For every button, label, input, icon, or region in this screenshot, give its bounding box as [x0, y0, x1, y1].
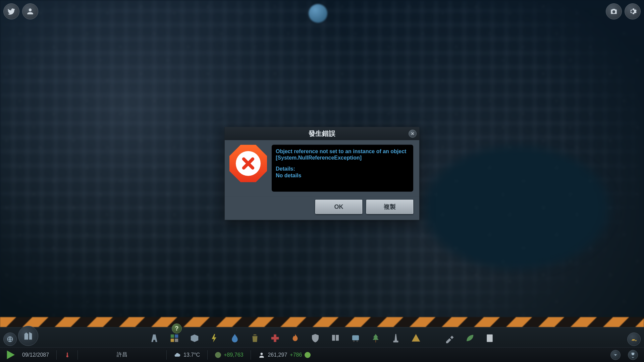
landscaping-tool[interactable] [444, 333, 455, 344]
city-name: 許昌 [85, 351, 159, 358]
electricity-tool[interactable] [209, 333, 220, 344]
road-icon [149, 333, 159, 343]
x-icon [240, 156, 256, 171]
bird-icon [7, 7, 16, 16]
top-right-buttons [606, 3, 641, 19]
divider [77, 350, 78, 360]
top-left-buttons [3, 3, 38, 19]
free-camera-button[interactable] [606, 3, 622, 19]
dialog-body: Object reference not set to an instance … [225, 140, 419, 196]
people-icon [258, 352, 265, 358]
bolt-icon [210, 333, 220, 343]
svg-point-6 [353, 340, 355, 342]
game-date: 09/12/2087 [22, 352, 49, 358]
error-exception-line: [System.NullReferenceException] [276, 155, 409, 161]
bulldozer-button[interactable] [627, 333, 641, 346]
dialog-footer: OK 複製 [225, 196, 419, 220]
error-details-label: Details: [276, 166, 409, 172]
disaster-tool[interactable] [410, 333, 422, 344]
education-tool[interactable] [330, 333, 341, 344]
svg-rect-8 [375, 340, 376, 343]
svg-rect-1 [171, 335, 174, 338]
population-value: 261,297 [268, 352, 287, 358]
dialog-titlebar: 發生錯誤 [225, 127, 419, 140]
book-icon [330, 333, 340, 343]
settings-button[interactable] [625, 3, 641, 19]
lake [416, 141, 617, 275]
police-tool[interactable] [310, 333, 321, 344]
divider [56, 350, 57, 360]
happiness-icon [305, 352, 311, 358]
error-stop-icon [229, 145, 267, 182]
thermometer-icon [64, 351, 70, 359]
svg-rect-2 [175, 335, 178, 338]
districts-tool[interactable] [189, 333, 200, 344]
leaf-icon [465, 333, 475, 343]
svg-rect-5 [352, 335, 359, 340]
svg-point-7 [357, 340, 358, 342]
error-message-line: Object reference not set to an instance … [276, 148, 409, 155]
tool-row [0, 329, 644, 348]
status-bar: 09/12/2087 許昌 13.7°C +89,763 261,297 +78… [0, 347, 644, 362]
coin-icon [215, 352, 221, 358]
cross-icon [270, 333, 280, 343]
droplet-icon [230, 333, 240, 343]
person-icon [26, 7, 35, 16]
chevron-icon [612, 352, 619, 358]
dialog-title: 發生錯誤 [309, 129, 335, 138]
garbage-tool[interactable] [249, 333, 261, 344]
copy-button[interactable]: 複製 [366, 200, 413, 214]
svg-rect-4 [175, 339, 178, 342]
district-icon [190, 333, 200, 343]
divider [166, 350, 167, 360]
population: 261,297 +786 [258, 352, 311, 358]
ok-button[interactable]: OK [315, 200, 362, 214]
population-delta: +786 [290, 352, 302, 358]
divider [251, 350, 251, 360]
trophy-icon [630, 352, 636, 358]
camera-icon [609, 7, 618, 16]
advisor-button[interactable] [22, 3, 38, 19]
shield-icon [310, 333, 320, 343]
svg-rect-9 [487, 335, 493, 342]
demand-toggle[interactable] [610, 350, 621, 360]
error-dialog: 發生錯誤 Object reference not set to an inst… [224, 127, 420, 220]
zoning-icon [169, 333, 179, 343]
money: +89,763 [215, 352, 243, 358]
temperature-value: 13.7°C [183, 352, 200, 358]
bottom-bar: ? [0, 327, 644, 362]
health-tool[interactable] [269, 333, 281, 344]
weather: 13.7°C [174, 352, 200, 358]
unique-tool[interactable] [390, 333, 401, 344]
brush-icon [444, 333, 454, 343]
water-tool[interactable] [229, 333, 240, 344]
milestones-button[interactable] [628, 350, 638, 360]
warning-icon [411, 333, 421, 343]
tree-icon [371, 333, 381, 343]
dialog-close-button[interactable] [409, 129, 417, 137]
close-icon [411, 131, 415, 135]
advisor-avatar[interactable] [309, 4, 327, 23]
gear-icon [628, 7, 637, 16]
transport-tool[interactable] [350, 333, 361, 344]
content-tool[interactable] [484, 333, 495, 344]
bulldozer-icon [631, 336, 637, 343]
natural-resources-tool[interactable] [464, 333, 475, 344]
page-icon [485, 333, 495, 343]
fire-tool[interactable] [289, 333, 301, 344]
toolbar-icons [149, 333, 495, 344]
money-delta: +89,763 [224, 352, 243, 358]
play-button[interactable] [6, 351, 15, 359]
zoning-tool[interactable] [169, 333, 180, 344]
trash-icon [250, 333, 260, 343]
fire-icon [290, 333, 300, 343]
hazard-stripes [0, 317, 644, 327]
divider [207, 350, 208, 360]
error-message-box: Object reference not set to an instance … [272, 145, 413, 192]
bus-icon [351, 333, 361, 343]
parks-tool[interactable] [370, 333, 381, 344]
roads-tool[interactable] [149, 333, 160, 344]
cloud-icon [174, 352, 181, 358]
monument-icon [391, 333, 401, 343]
chirper-button[interactable] [3, 3, 19, 19]
